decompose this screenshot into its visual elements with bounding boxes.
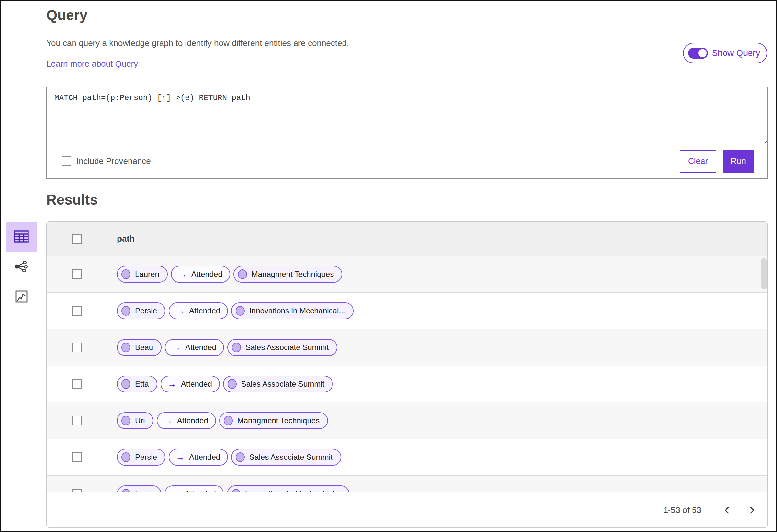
edge-pill[interactable]: →Attended [171, 266, 230, 283]
node-pill[interactable]: Innovations in Mechanical... [227, 486, 349, 492]
next-page-button[interactable] [744, 502, 760, 518]
path-value: Lauren →Attended Managment Techniques [117, 266, 342, 283]
entity-node-icon [121, 379, 130, 389]
entity-node-icon [238, 270, 247, 279]
toggle-on-icon[interactable] [688, 47, 708, 59]
arrow-right-icon: → [176, 307, 185, 315]
path-value: Beau →Attended Sales Associate Summit [117, 339, 337, 356]
table-row: Uri →Attended Managment Techniques [46, 403, 767, 439]
clear-button[interactable]: Clear [680, 150, 716, 173]
row-checkbox[interactable] [72, 452, 82, 462]
pagination-bar: 1-53 of 53 [46, 492, 767, 527]
node-pill[interactable]: Etta [117, 376, 157, 393]
query-panel-footer: Include Provenance Clear Run [46, 144, 767, 178]
pagination-range-label: 1-53 of 53 [663, 505, 701, 515]
vertical-scrollbar-thumb[interactable] [761, 258, 767, 289]
table-icon [14, 230, 29, 244]
table-row: Persie →Attended Sales Associate Summit [46, 439, 767, 476]
entity-node-icon [121, 489, 130, 492]
arrow-right-icon: → [176, 453, 185, 462]
show-query-toggle[interactable]: Show Query [683, 43, 767, 64]
chevron-right-icon [747, 507, 754, 513]
select-all-checkbox[interactable] [72, 234, 82, 244]
learn-more-link[interactable]: Learn more about Query [46, 59, 138, 69]
entity-node-icon [236, 452, 245, 462]
page-title: Query [46, 7, 87, 23]
include-provenance-label: Include Provenance [77, 156, 151, 166]
path-value: Etta →Attended Sales Associate Summit [117, 376, 333, 393]
row-checkbox[interactable] [72, 489, 82, 492]
arrow-right-icon: → [172, 490, 180, 493]
header-checkbox-cell [46, 222, 107, 256]
edge-pill[interactable]: →Attended [160, 376, 220, 393]
entity-node-icon [228, 379, 237, 389]
node-pill[interactable]: Persie [117, 302, 165, 319]
table-row: Larry →Attended Innovations in Mechanica… [46, 476, 767, 492]
query-panel: MATCH path=(p:Person)-[r]->(e) RETURN pa… [46, 87, 768, 179]
table-rows-viewport[interactable]: Lauren →Attended Managment Techniques Pe… [46, 256, 767, 492]
table-row: Etta →Attended Sales Associate Summit [46, 366, 767, 403]
toggle-knob [698, 49, 707, 57]
path-column-header: path [117, 234, 135, 244]
edge-pill[interactable]: →Attended [164, 486, 224, 492]
results-view-switcher [6, 222, 36, 312]
row-checkbox[interactable] [72, 306, 82, 316]
previous-page-button[interactable] [719, 502, 735, 518]
edge-pill[interactable]: →Attended [169, 449, 228, 465]
entity-node-icon [236, 306, 245, 316]
entity-node-icon [224, 416, 233, 425]
path-value: Uri →Attended Managment Techniques [117, 412, 328, 429]
results-table: path Lauren →Attended Managment Techniqu… [46, 221, 768, 528]
run-button[interactable]: Run [723, 150, 754, 173]
node-pill[interactable]: Sales Associate Summit [231, 449, 341, 465]
row-checkbox[interactable] [72, 379, 82, 389]
row-checkbox[interactable] [72, 270, 82, 279]
node-pill[interactable]: Uri [117, 412, 153, 429]
edge-pill[interactable]: →Attended [169, 302, 228, 319]
show-query-label: Show Query [712, 48, 760, 58]
node-pill[interactable]: Lauren [117, 266, 168, 283]
entity-node-icon [121, 343, 130, 352]
header-path-cell: path [107, 222, 760, 256]
arrow-right-icon: → [168, 380, 177, 389]
node-pill[interactable]: Managment Techniques [233, 266, 342, 283]
chart-view-button[interactable] [6, 282, 36, 312]
node-pill[interactable]: Sales Associate Summit [227, 339, 337, 356]
path-value: Persie →Attended Innovations in Mechanic… [117, 302, 353, 319]
query-editor[interactable]: MATCH path=(p:Person)-[r]->(e) RETURN pa… [46, 87, 767, 144]
entity-node-icon [231, 489, 240, 492]
chevron-left-icon [725, 507, 731, 513]
table-view-button[interactable] [6, 222, 36, 252]
row-checkbox[interactable] [72, 343, 82, 352]
entity-node-icon [232, 343, 241, 352]
scrollbar-gutter [760, 222, 767, 256]
query-page: Query You can query a knowledge graph to… [0, 0, 777, 532]
table-header-row: path [46, 222, 767, 256]
results-title: Results [46, 192, 98, 208]
arrow-right-icon: → [178, 270, 187, 279]
node-pill[interactable]: Managment Techniques [219, 412, 328, 429]
edge-pill[interactable]: →Attended [165, 339, 224, 356]
entity-node-icon [121, 306, 130, 316]
chart-icon [15, 291, 27, 304]
network-view-button[interactable] [6, 252, 36, 282]
table-row: Lauren →Attended Managment Techniques [46, 256, 767, 293]
node-pill[interactable]: Beau [117, 339, 161, 356]
arrow-right-icon: → [164, 416, 173, 425]
arrow-right-icon: → [172, 343, 181, 352]
network-icon [15, 260, 28, 274]
path-value: Larry →Attended Innovations in Mechanica… [117, 486, 349, 492]
entity-node-icon [121, 416, 130, 425]
node-pill[interactable]: Larry [117, 486, 161, 492]
node-pill[interactable]: Persie [117, 449, 165, 465]
table-row: Beau →Attended Sales Associate Summit [46, 329, 767, 366]
table-row: Persie →Attended Innovations in Mechanic… [46, 293, 767, 329]
page-description: You can query a knowledge graph to ident… [46, 38, 349, 48]
entity-node-icon [121, 270, 130, 279]
row-checkbox[interactable] [72, 416, 82, 425]
entity-node-icon [121, 452, 130, 462]
node-pill[interactable]: Innovations in Mechanical... [231, 302, 353, 319]
include-provenance-checkbox[interactable] [62, 156, 71, 166]
edge-pill[interactable]: →Attended [157, 412, 216, 429]
node-pill[interactable]: Sales Associate Summit [223, 376, 333, 393]
